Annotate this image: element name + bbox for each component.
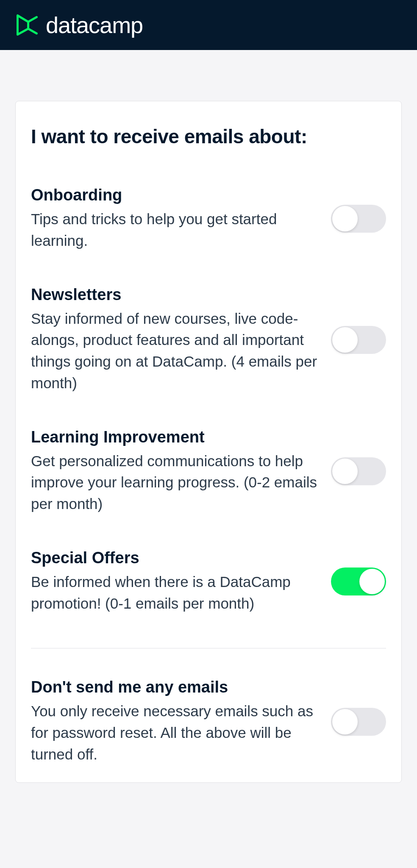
- toggle-knob: [332, 206, 358, 231]
- page-content: I want to receive emails about: Onboardi…: [0, 50, 417, 783]
- pref-desc: Tips and tricks to help you get started …: [31, 209, 318, 252]
- pref-desc: Stay informed of new courses, live code-…: [31, 308, 318, 394]
- pref-row-special-offers: Special Offers Be informed when there is…: [31, 549, 386, 615]
- pref-row-newsletters: Newsletters Stay informed of new courses…: [31, 286, 386, 394]
- pref-title: Learning Improvement: [31, 428, 318, 446]
- pref-row-onboarding: Onboarding Tips and tricks to help you g…: [31, 186, 386, 252]
- pref-text: Don't send me any emails You only receiv…: [31, 678, 318, 765]
- toggle-no-emails[interactable]: [331, 708, 386, 736]
- pref-desc: Be informed when there is a DataCamp pro…: [31, 571, 318, 615]
- section-divider: [31, 648, 386, 648]
- pref-text: Special Offers Be informed when there is…: [31, 549, 318, 615]
- pref-text: Learning Improvement Get personalized co…: [31, 428, 318, 515]
- pref-title: Newsletters: [31, 286, 318, 304]
- toggle-newsletters[interactable]: [331, 326, 386, 354]
- pref-desc: Get personalized communications to help …: [31, 451, 318, 515]
- toggle-knob: [332, 459, 358, 484]
- email-preferences-card: I want to receive emails about: Onboardi…: [15, 101, 402, 783]
- pref-title: Special Offers: [31, 549, 318, 567]
- toggle-knob: [332, 709, 358, 734]
- pref-text: Onboarding Tips and tricks to help you g…: [31, 186, 318, 252]
- pref-text: Newsletters Stay informed of new courses…: [31, 286, 318, 394]
- toggle-special-offers[interactable]: [331, 568, 386, 595]
- brand-name: datacamp: [46, 12, 143, 38]
- toggle-knob: [359, 569, 385, 594]
- pref-desc: You only receive necessary emails such a…: [31, 701, 318, 765]
- pref-row-no-emails: Don't send me any emails You only receiv…: [31, 678, 386, 765]
- toggle-knob: [332, 327, 358, 353]
- pref-row-learning-improvement: Learning Improvement Get personalized co…: [31, 428, 386, 515]
- toggle-learning-improvement[interactable]: [331, 457, 386, 485]
- toggle-onboarding[interactable]: [331, 205, 386, 233]
- datacamp-logo-icon: [14, 10, 41, 40]
- pref-title: Don't send me any emails: [31, 678, 318, 696]
- pref-title: Onboarding: [31, 186, 318, 204]
- brand-logo[interactable]: datacamp: [14, 10, 143, 40]
- card-heading: I want to receive emails about:: [31, 125, 386, 148]
- app-header: datacamp: [0, 0, 417, 50]
